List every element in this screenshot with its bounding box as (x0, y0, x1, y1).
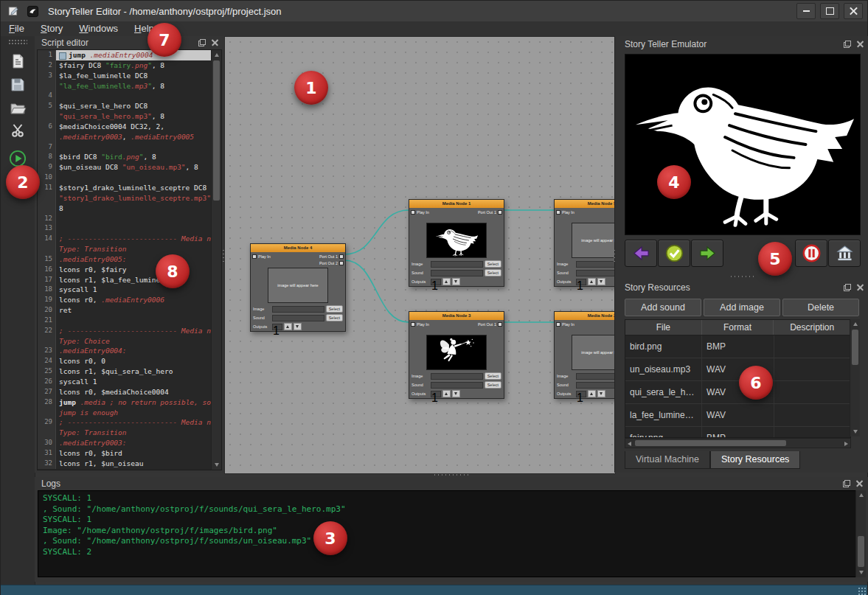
add-sound-button[interactable]: Add sound (625, 299, 701, 316)
table-vertical-scrollbar[interactable] (850, 319, 860, 436)
code-token: , (122, 133, 131, 141)
menu-file[interactable]: File (1, 21, 32, 36)
node-select-button[interactable]: Select (326, 305, 343, 313)
delete-button[interactable]: Delete (782, 299, 859, 316)
table-row[interactable]: fairy.pngBMP (625, 427, 850, 438)
scroll-up-icon[interactable] (853, 322, 858, 326)
splitter-handle[interactable] (729, 275, 754, 278)
node-select-button[interactable]: Select (485, 269, 501, 276)
undock-icon[interactable] (198, 39, 206, 46)
close-button[interactable] (844, 3, 863, 19)
node-graph-canvas[interactable]: Media Node 4Play InPort Out 1Port Out 2i… (224, 36, 616, 474)
output-port[interactable]: Port Out 1 (319, 254, 344, 260)
media-node[interactable]: Media Node 4Play InPort Out 1Port Out 2i… (250, 243, 346, 332)
add-image-button[interactable]: Add image (704, 299, 780, 316)
code-line: "la_fee_luminelle.mp3", 8 (38, 81, 211, 91)
spin-down-button[interactable] (597, 278, 605, 285)
tab-virtual-machine[interactable]: Virtual Machine (625, 451, 710, 469)
node-select-button[interactable]: Select (326, 314, 343, 321)
spin-down-button[interactable] (452, 278, 460, 285)
scroll-down-icon[interactable] (853, 430, 858, 434)
media-node[interactable]: Media Node 3Play InPort Out 1ImageSelect… (409, 311, 504, 399)
node-field-label: Outputs (412, 392, 429, 396)
scrollbar-thumb[interactable] (858, 536, 864, 567)
code-line: 21 (38, 316, 211, 326)
close-panel-icon[interactable] (857, 41, 864, 47)
spin-up-button[interactable] (588, 278, 596, 285)
media-node[interactable]: Media Node 1Play InPort Out 1ImageSelect… (409, 199, 504, 287)
toolbar-drag-handle[interactable] (8, 39, 27, 44)
code-line: 29; -------------------------- Media nod… (38, 417, 211, 428)
scroll-down-icon[interactable] (859, 571, 864, 574)
scroll-up-icon[interactable] (859, 493, 864, 497)
input-port[interactable]: Play In (556, 209, 574, 215)
column-header-description[interactable]: Description (774, 320, 850, 335)
scrollbar-thumb[interactable] (635, 440, 786, 446)
input-port[interactable]: Play In (411, 321, 429, 327)
node-field-label: Sound (557, 271, 574, 275)
table-row[interactable]: la_fee_lumine…WAV (625, 404, 850, 427)
code-text: lcons r1, $un_oiseau (56, 459, 211, 469)
spin-down-button[interactable] (452, 390, 460, 397)
output-port[interactable]: Port Out 1 (478, 321, 502, 327)
previous-button[interactable] (625, 240, 657, 267)
tab-story-resources[interactable]: Story Resources (710, 451, 800, 469)
home-button[interactable] (828, 240, 861, 267)
new-script-icon[interactable] (7, 51, 28, 72)
table-horizontal-scrollbar[interactable] (625, 438, 851, 448)
spin-up-button[interactable] (442, 390, 451, 397)
undock-icon[interactable] (844, 41, 851, 48)
vertical-splitter-handle[interactable] (613, 248, 616, 265)
save-icon[interactable] (7, 74, 28, 95)
input-port[interactable]: Play In (252, 254, 271, 260)
column-header-file[interactable]: File (625, 320, 702, 335)
column-header-format[interactable]: Format (702, 320, 774, 335)
pause-button[interactable] (795, 240, 827, 267)
pause-icon (802, 243, 822, 263)
vertical-splitter-handle[interactable] (222, 248, 225, 265)
ok-button[interactable] (658, 240, 690, 267)
input-port[interactable]: Play In (556, 321, 574, 327)
close-panel-icon[interactable] (856, 480, 863, 487)
undock-icon[interactable] (844, 284, 851, 291)
scroll-up-icon[interactable] (215, 53, 219, 57)
maximize-button[interactable] (820, 3, 839, 19)
media-node[interactable]: Media Node 5Play InPort Out 1image will … (554, 199, 616, 287)
spin-down-button[interactable] (294, 323, 302, 330)
spin-up-button[interactable] (442, 278, 451, 285)
code-text: jump .mediaEntry0004 (56, 50, 211, 60)
editor-scrollbar[interactable] (211, 50, 221, 470)
logs-scrollbar[interactable] (855, 490, 866, 577)
spin-down-button[interactable] (597, 390, 605, 397)
node-select-button[interactable]: Select (485, 260, 501, 268)
menu-windows[interactable]: Windows (71, 21, 126, 36)
close-panel-icon[interactable] (857, 284, 864, 290)
output-port[interactable]: Port Out 1 (478, 209, 502, 215)
horizontal-splitter-handle[interactable] (433, 473, 468, 476)
scrollbar-thumb[interactable] (213, 60, 220, 201)
media-node[interactable]: Media Node 2Play InPort Out 1image will … (554, 311, 616, 399)
resize-grip[interactable] (858, 587, 866, 595)
table-row[interactable]: qui_sera_le_h…WAV (625, 381, 850, 404)
output-port[interactable]: Port Out 2 (319, 260, 344, 266)
spin-up-button[interactable] (284, 323, 292, 330)
scrollbar-thumb[interactable] (852, 330, 858, 365)
input-port[interactable]: Play In (411, 209, 429, 215)
minimize-button[interactable] (796, 3, 816, 19)
next-button[interactable] (691, 240, 723, 267)
scroll-down-icon[interactable] (215, 463, 219, 467)
undock-icon[interactable] (843, 480, 850, 487)
spin-up-button[interactable] (588, 390, 596, 397)
scroll-right-icon[interactable] (844, 442, 848, 446)
open-folder-icon[interactable] (7, 98, 28, 119)
media-node-title: Media Node 1 (409, 200, 504, 208)
scroll-left-icon[interactable] (628, 442, 631, 446)
node-select-button[interactable]: Select (485, 381, 501, 389)
node-select-button[interactable]: Select (485, 372, 501, 380)
menu-story[interactable]: Story (32, 21, 71, 36)
scissors-icon[interactable] (7, 120, 28, 141)
table-row[interactable]: un_oiseau.mp3WAV (625, 358, 850, 381)
close-panel-icon[interactable] (212, 39, 218, 46)
script-editor[interactable]: 1jump .mediaEntry00042$fairy DC8 "fairy.… (37, 49, 222, 470)
table-row[interactable]: bird.pngBMP (625, 335, 850, 358)
